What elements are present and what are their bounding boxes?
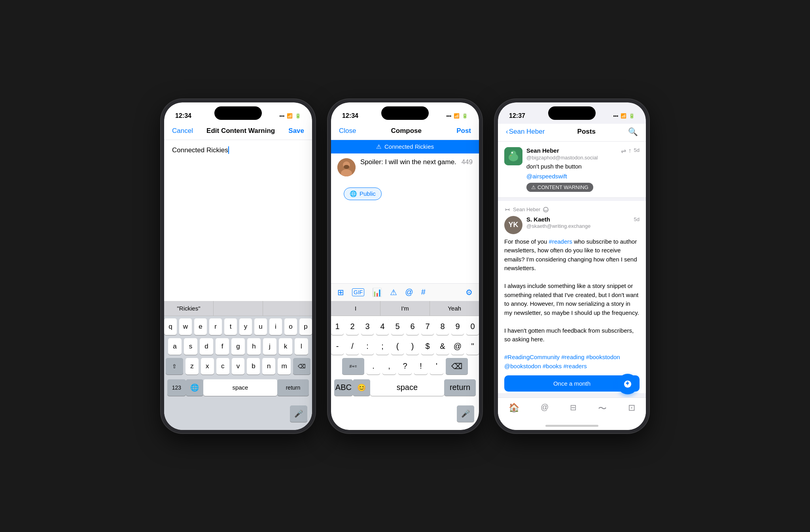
- key-exclaim[interactable]: !: [414, 358, 428, 375]
- key-2[interactable]: 2: [346, 318, 359, 335]
- key-d[interactable]: d: [200, 338, 213, 355]
- key-n[interactable]: n: [262, 358, 275, 375]
- key-h[interactable]: h: [247, 338, 261, 355]
- key-dollar[interactable]: $: [421, 338, 434, 355]
- key-x[interactable]: x: [201, 358, 214, 375]
- tab-home[interactable]: 🏠: [509, 403, 519, 413]
- key-9[interactable]: 9: [451, 318, 464, 335]
- tab-profile[interactable]: ⊡: [628, 403, 635, 413]
- key-e[interactable]: e: [194, 318, 207, 335]
- key-a[interactable]: a: [168, 338, 182, 355]
- key-at[interactable]: @: [451, 338, 464, 355]
- tab-bookmark[interactable]: ⊟: [570, 403, 577, 412]
- key-delete[interactable]: ⌫: [293, 358, 310, 375]
- save-button[interactable]: Save: [288, 127, 304, 135]
- key-c[interactable]: c: [216, 358, 229, 375]
- settings-icon[interactable]: ⚙: [466, 288, 473, 297]
- key-return-1[interactable]: return: [277, 379, 309, 396]
- cancel-button[interactable]: Cancel: [172, 127, 193, 135]
- key-shift[interactable]: ⇧: [166, 358, 183, 375]
- tab-wave[interactable]: 〜: [598, 403, 607, 415]
- key-delete-2[interactable]: ⌫: [446, 358, 468, 375]
- suggestion-3[interactable]: [263, 301, 312, 316]
- key-s[interactable]: s: [184, 338, 197, 355]
- key-1[interactable]: 1: [331, 318, 344, 335]
- key-p[interactable]: p: [299, 318, 312, 335]
- key-k[interactable]: k: [279, 338, 292, 355]
- key-symbols[interactable]: #+=: [342, 358, 364, 375]
- key-t[interactable]: t: [224, 318, 237, 335]
- key-f[interactable]: f: [216, 338, 229, 355]
- hashtags-books[interactable]: @bookstodon #books #readers: [504, 363, 587, 369]
- key-l[interactable]: l: [295, 338, 308, 355]
- search-button[interactable]: 🔍: [628, 127, 638, 136]
- key-i[interactable]: i: [269, 318, 282, 335]
- suggestion-2[interactable]: [214, 301, 263, 316]
- key-8[interactable]: 8: [436, 318, 449, 335]
- warning-icon-toolbar[interactable]: ⚠: [390, 288, 397, 297]
- bookmark-icon[interactable]: ↑: [628, 147, 632, 155]
- key-5[interactable]: 5: [391, 318, 404, 335]
- key-space-2[interactable]: space: [370, 379, 444, 396]
- content-warning-input[interactable]: Connected Rickies: [164, 140, 312, 161]
- chart-icon[interactable]: 📊: [372, 288, 382, 297]
- key-amp[interactable]: &: [436, 338, 449, 355]
- key-return-2[interactable]: return: [444, 379, 476, 396]
- key-close-paren[interactable]: ): [406, 338, 419, 355]
- key-g[interactable]: g: [231, 338, 245, 355]
- key-y[interactable]: y: [239, 318, 252, 335]
- key-colon[interactable]: :: [361, 338, 374, 355]
- key-open-paren[interactable]: (: [391, 338, 404, 355]
- content-warning-badge[interactable]: ⚠ CONTENT WARNING: [526, 183, 593, 192]
- post-button[interactable]: Post: [456, 127, 471, 135]
- compose-warning-bar[interactable]: ⚠ Connected Rickies: [331, 140, 479, 153]
- key-comma[interactable]: ,: [382, 358, 396, 375]
- boost-icon[interactable]: ⇌: [621, 147, 626, 155]
- hashtag-readers[interactable]: #readers: [549, 238, 572, 245]
- key-r[interactable]: r: [209, 318, 222, 335]
- mention-icon[interactable]: @: [405, 288, 413, 297]
- key-v[interactable]: v: [232, 358, 245, 375]
- hashtags-reading-community[interactable]: #ReadingCommunity #reading #bookstodon: [504, 354, 620, 360]
- suggestion-I[interactable]: I: [331, 301, 380, 316]
- key-z[interactable]: z: [185, 358, 199, 375]
- key-6[interactable]: 6: [406, 318, 419, 335]
- hashtag-icon[interactable]: #: [421, 288, 426, 297]
- public-button[interactable]: 🌐 Public: [344, 187, 382, 200]
- mic-icon-2[interactable]: 🎤: [457, 405, 474, 422]
- suggestion-im[interactable]: I'm: [380, 301, 430, 316]
- key-o[interactable]: o: [284, 318, 297, 335]
- key-space-1[interactable]: space: [203, 379, 277, 396]
- globe-icon-2[interactable]: 😊: [353, 379, 370, 396]
- key-question[interactable]: ?: [398, 358, 412, 375]
- key-q[interactable]: q: [164, 318, 177, 335]
- key-j[interactable]: j: [263, 338, 276, 355]
- gif-icon[interactable]: GIF: [352, 288, 364, 296]
- key-m[interactable]: m: [278, 358, 291, 375]
- tab-mention[interactable]: @: [541, 403, 549, 412]
- key-w[interactable]: w: [179, 318, 192, 335]
- suggestion-1[interactable]: "Rickies": [164, 301, 214, 316]
- key-quote[interactable]: ": [466, 338, 479, 355]
- key-period[interactable]: .: [367, 358, 380, 375]
- compose-text[interactable]: Spoiler: I will win the next game.: [360, 158, 456, 166]
- key-3[interactable]: 3: [361, 318, 374, 335]
- key-u[interactable]: u: [254, 318, 267, 335]
- media-icon[interactable]: ⊞: [337, 288, 344, 297]
- key-dash[interactable]: -: [331, 338, 344, 355]
- key-abc[interactable]: ABC: [334, 379, 353, 396]
- mic-icon-1[interactable]: 🎤: [290, 405, 307, 422]
- key-0[interactable]: 0: [466, 318, 479, 335]
- key-semi[interactable]: ;: [376, 338, 389, 355]
- key-b[interactable]: b: [247, 358, 260, 375]
- globe-icon-1[interactable]: 🌐: [186, 379, 203, 396]
- key-slash[interactable]: /: [346, 338, 359, 355]
- key-apos[interactable]: ': [430, 358, 443, 375]
- suggestion-yeah[interactable]: Yeah: [430, 301, 479, 316]
- key-num-1[interactable]: 123: [167, 379, 186, 396]
- key-4[interactable]: 4: [376, 318, 389, 335]
- close-button[interactable]: Close: [339, 127, 356, 135]
- key-7[interactable]: 7: [421, 318, 434, 335]
- fab-button[interactable]: [617, 374, 638, 394]
- back-button[interactable]: ‹ Sean Heber: [506, 128, 545, 136]
